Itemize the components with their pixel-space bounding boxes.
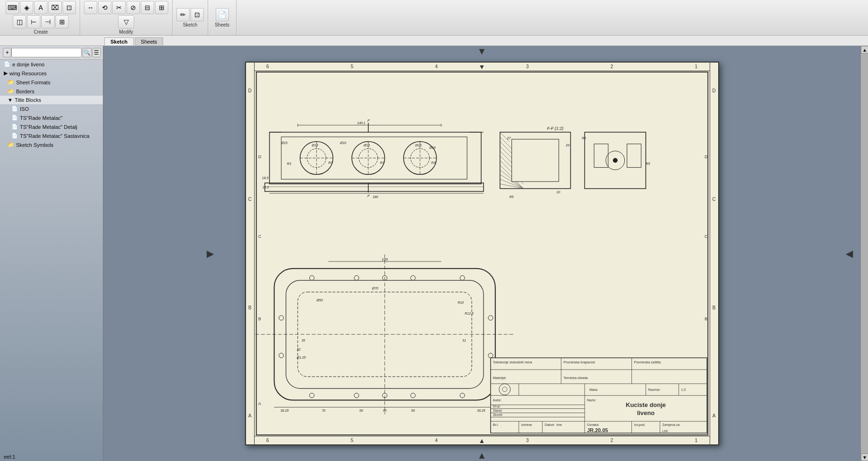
- svg-text:70: 70: [321, 409, 325, 412]
- svg-point-83: [488, 353, 493, 358]
- toolbar-icon-9[interactable]: ⊞: [55, 15, 69, 28]
- sidebar-item-iso[interactable]: 📄 ISO: [0, 104, 103, 113]
- search-button[interactable]: 🔍: [82, 48, 91, 57]
- folder-icon-5: 📁: [8, 142, 14, 148]
- doc-icon-ts-detalj: 📄: [11, 124, 18, 130]
- svg-text:Ø70: Ø70: [371, 287, 378, 290]
- svg-text:Tolerancije slobodnih mera: Tolerancije slobodnih mera: [493, 361, 532, 364]
- svg-rect-55: [512, 139, 558, 181]
- svg-text:R3: R3: [431, 161, 435, 164]
- tab-sketch[interactable]: Sketch: [104, 37, 134, 45]
- toolbar-icon-13[interactable]: ⊘: [127, 1, 140, 14]
- svg-text:Povrsinska hrapavost: Povrsinska hrapavost: [563, 361, 594, 364]
- sidebar-item-sheet[interactable]: eet:1: [0, 452, 103, 461]
- toolbar-icon-5[interactable]: ⊡: [63, 1, 76, 14]
- toolbar-icon-2[interactable]: ◈: [20, 1, 33, 14]
- toolbar-icon-19[interactable]: 📄: [216, 8, 229, 21]
- toolbar-icon-18[interactable]: ⊡: [191, 8, 204, 21]
- svg-point-70: [309, 276, 314, 280]
- svg-point-78: [411, 393, 415, 398]
- toolbar-icon-10[interactable]: ↔: [84, 1, 97, 14]
- svg-text:Druz:: Druz:: [493, 405, 501, 408]
- toolbar-icon-7[interactable]: ⊢: [27, 15, 40, 28]
- svg-text:50: 50: [359, 409, 363, 412]
- toolbar-icon-8[interactable]: ⊣: [41, 15, 55, 28]
- sidebar-item-sheet-formats[interactable]: 📁 Sheet Formats: [0, 78, 103, 87]
- svg-text:F: F: [367, 118, 370, 123]
- toolbar-icon-14[interactable]: ⊟: [141, 1, 154, 14]
- scroll-track[interactable]: [861, 54, 868, 453]
- main-toolbar: ⌨ ◈ A ⌧ ⊡ ◫ ⊢ ⊣ ⊞ Create ↔ ⟲ ✂ ⊘ ⊟ ⊞ ▽ M…: [0, 0, 868, 36]
- toolbar-icon-17[interactable]: ✏: [176, 8, 190, 21]
- sidebar-item-ts-rade-metalac-detalj[interactable]: 📄 TS"Rade Metalac" Detalj: [0, 122, 103, 131]
- sidebar-search-bar: + 🔍 ☰: [0, 46, 103, 60]
- svg-text:R5: R5: [509, 195, 513, 199]
- search-input[interactable]: [11, 48, 82, 57]
- svg-text:D: D: [704, 154, 708, 159]
- toolbar-icon-1[interactable]: ⌨: [6, 1, 19, 14]
- drawing-area[interactable]: ▶ ◀ ▼ ▲ 6 5 4 ▼ 3 2 1 6 5: [103, 46, 860, 461]
- svg-text:Ø1.25: Ø1.25: [296, 356, 306, 359]
- svg-text:Datum: Datum: [544, 423, 554, 426]
- svg-text:Razmer:: Razmer:: [648, 388, 660, 391]
- svg-point-74: [460, 276, 465, 280]
- toolbar-icon-15[interactable]: ⊞: [155, 1, 168, 14]
- svg-text:C: C: [258, 234, 261, 239]
- sidebar-item-sketch-symbols[interactable]: 📁 Sketch Symbols: [0, 140, 103, 149]
- svg-text:C: C: [704, 234, 708, 239]
- svg-point-71: [354, 276, 359, 280]
- svg-text:Zamjena za:: Zamjena za:: [662, 423, 680, 427]
- svg-text:R3: R3: [380, 161, 384, 164]
- svg-point-62: [612, 158, 617, 163]
- modify-group: ↔ ⟲ ✂ ⊘ ⊟ ⊞ ▽ Modify: [80, 0, 173, 35]
- svg-text:D: D: [258, 154, 261, 159]
- toolbar-icon-6[interactable]: ◫: [13, 15, 26, 28]
- svg-text:Br.l.: Br.l.: [493, 423, 498, 426]
- menu-button[interactable]: ☰: [92, 48, 101, 57]
- sidebar-item-donje-liveno[interactable]: 📄 e donje liveno: [0, 60, 103, 69]
- svg-text:Ø18: Ø18: [311, 144, 318, 147]
- toolbar-icon-12[interactable]: ✂: [112, 1, 126, 14]
- svg-text:50: 50: [411, 409, 415, 412]
- svg-text:30.5: 30.5: [262, 186, 269, 189]
- sidebar-item-title-blocks[interactable]: ▼ Title Blocks: [0, 96, 103, 104]
- scroll-down-button[interactable]: ▼: [861, 453, 868, 461]
- svg-line-54: [500, 184, 523, 189]
- right-scrollbar[interactable]: ▲ ▼: [860, 46, 868, 461]
- svg-text:Ø15: Ø15: [281, 141, 287, 145]
- svg-text:R3: R3: [287, 162, 291, 165]
- doc-icon-iso: 📄: [11, 106, 18, 112]
- svg-text:R5: R5: [582, 136, 586, 140]
- svg-text:32: 32: [297, 348, 301, 351]
- sidebar-item-ts-rade-metalac[interactable]: 📄 TS"Rade Metalac": [0, 113, 103, 122]
- sidebar-item-ts-rade-metalac-sastavnica[interactable]: 📄 TS"Rade Metalac" Sastavnica: [0, 131, 103, 140]
- tab-sheets[interactable]: Sheets: [135, 37, 163, 45]
- sheets-label: Sheets: [215, 22, 229, 27]
- ruler-bottom: 6 5 4 ▲ 3 2 1: [246, 436, 718, 444]
- svg-text:R5: R5: [646, 162, 650, 165]
- svg-text:50: 50: [383, 409, 386, 412]
- add-button[interactable]: +: [3, 48, 11, 57]
- svg-text:140.1: 140.1: [357, 121, 365, 125]
- svg-text:Ø16: Ø16: [429, 146, 435, 149]
- toolbar-icon-3[interactable]: A: [34, 1, 47, 14]
- create-label: Create: [34, 29, 48, 35]
- svg-text:Naziv:: Naziv:: [587, 398, 596, 402]
- svg-text:Izmene: Izmene: [521, 423, 532, 426]
- sidebar-item-drawing-resources[interactable]: ▶ wing Resources: [0, 69, 103, 78]
- svg-text:20: 20: [565, 144, 569, 147]
- svg-text:Ø10: Ø10: [339, 141, 346, 145]
- folder-icon-2: 📁: [8, 79, 14, 85]
- toolbar-icon-11[interactable]: ⟲: [98, 1, 111, 14]
- scroll-up-button[interactable]: ▲: [861, 46, 868, 54]
- svg-text:R3: R3: [328, 161, 332, 164]
- sidebar-item-borders[interactable]: 📁 Borders: [0, 87, 103, 96]
- svg-text:36.25: 36.25: [280, 409, 289, 412]
- svg-text:Autor:: Autor:: [493, 398, 502, 402]
- svg-point-73: [411, 276, 415, 280]
- toolbar-icon-4[interactable]: ⌧: [48, 1, 62, 14]
- svg-text:A: A: [258, 401, 261, 406]
- toolbar-icon-16[interactable]: ▽: [118, 15, 134, 28]
- svg-text:Oznaka:: Oznaka:: [587, 423, 599, 426]
- svg-text:JR.20.05: JR.20.05: [587, 427, 608, 433]
